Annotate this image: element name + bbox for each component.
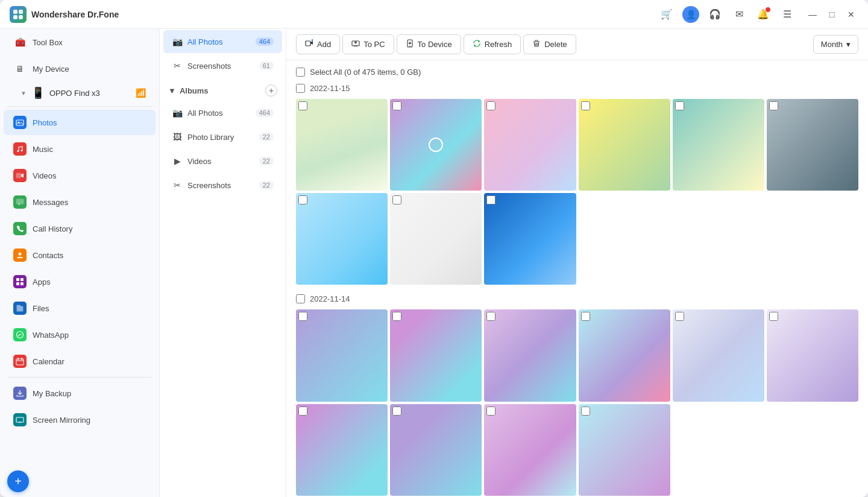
add-button[interactable]: Add bbox=[296, 34, 340, 54]
camera-icon: 📷 bbox=[172, 37, 183, 46]
month-select[interactable]: Month ▾ bbox=[813, 35, 858, 54]
albums-section-header[interactable]: ▼ Albums + bbox=[160, 78, 286, 100]
photo-checkbox[interactable] bbox=[298, 101, 307, 110]
svg-rect-0 bbox=[13, 10, 17, 14]
delete-button[interactable]: Delete bbox=[523, 34, 576, 54]
svg-rect-8 bbox=[16, 173, 21, 178]
photo-checkbox[interactable] bbox=[486, 312, 495, 321]
middle-item-photolibrary[interactable]: 🖼 Photo Library 22 bbox=[163, 125, 282, 148]
topc-button[interactable]: To PC bbox=[342, 34, 394, 54]
photo-cell[interactable] bbox=[767, 99, 858, 191]
photo-checkbox[interactable] bbox=[486, 195, 495, 204]
photo-checkbox[interactable] bbox=[581, 101, 590, 110]
chevron-down-icon: ▼ bbox=[168, 86, 176, 95]
sidebar-item-photos[interactable]: Photos bbox=[4, 110, 156, 135]
todevice-button[interactable]: To Device bbox=[397, 34, 461, 54]
photo-cell[interactable] bbox=[390, 99, 482, 191]
sidebar-item-contacts[interactable]: Contacts bbox=[4, 242, 156, 268]
photo-cell[interactable] bbox=[767, 309, 858, 401]
photo-cell[interactable] bbox=[296, 99, 388, 191]
svg-rect-13 bbox=[16, 282, 19, 285]
date-label-1: 2022-11-15 bbox=[310, 84, 350, 93]
add-floating-btn[interactable]: + bbox=[0, 466, 159, 497]
sidebar-item-files[interactable]: Files bbox=[4, 296, 156, 321]
date-checkbox-2[interactable] bbox=[296, 294, 305, 303]
photo-checkbox[interactable] bbox=[581, 407, 590, 416]
mail-icon[interactable]: ✉ bbox=[731, 6, 747, 23]
photo-cell[interactable] bbox=[390, 193, 482, 285]
album-videos-label: Videos bbox=[187, 157, 212, 166]
sidebar-item-mydevice[interactable]: 🖥 My Device bbox=[4, 56, 156, 81]
month-label: Month bbox=[821, 40, 843, 49]
photo-cell[interactable] bbox=[579, 404, 670, 496]
photo-checkbox[interactable] bbox=[486, 101, 495, 110]
photo-checkbox[interactable] bbox=[298, 195, 307, 204]
sidebar-item-music[interactable]: Music bbox=[4, 136, 156, 162]
menu-icon[interactable]: ☰ bbox=[779, 6, 796, 23]
photo-checkbox[interactable] bbox=[298, 407, 307, 416]
middle-item-album-screenshots[interactable]: ✂ Screenshots 22 bbox=[163, 174, 282, 197]
photo-cell[interactable] bbox=[296, 193, 388, 285]
whatsapp-icon bbox=[13, 328, 27, 341]
photo-checkbox[interactable] bbox=[769, 312, 778, 321]
maximize-button[interactable]: □ bbox=[825, 7, 839, 22]
photo-cell[interactable] bbox=[484, 99, 576, 191]
select-all-checkbox[interactable] bbox=[296, 68, 305, 77]
close-button[interactable]: ✕ bbox=[844, 7, 858, 22]
photo-cell[interactable] bbox=[673, 99, 764, 191]
sidebar-item-calendar[interactable]: Calendar bbox=[4, 349, 156, 374]
whatsapp-label: WhatsApp bbox=[33, 331, 69, 340]
device-row[interactable]: ▼ 📱 OPPO Find x3 📶 bbox=[4, 83, 156, 103]
support-icon[interactable]: 🎧 bbox=[706, 6, 723, 23]
photo-checkbox[interactable] bbox=[675, 101, 684, 110]
photo-checkbox[interactable] bbox=[486, 407, 495, 416]
svg-point-6 bbox=[17, 150, 19, 152]
notification-icon[interactable]: 🔔 bbox=[755, 6, 772, 23]
photo-checkbox[interactable] bbox=[392, 101, 401, 110]
sidebar-item-mirroring[interactable]: Screen Mirroring bbox=[4, 407, 156, 432]
middle-item-album-videos[interactable]: ▶ Videos 22 bbox=[163, 150, 282, 173]
middle-panel: 📷 All Photos 464 ✂ Screenshots 61 ▼ Albu… bbox=[160, 29, 286, 497]
cart-icon[interactable]: 🛒 bbox=[658, 6, 675, 23]
sidebar-item-whatsapp[interactable]: WhatsApp bbox=[4, 322, 156, 347]
middle-item-album-allphotos[interactable]: 📷 All Photos 464 bbox=[163, 101, 282, 124]
photo-cell[interactable] bbox=[673, 309, 764, 401]
sidebar-item-apps[interactable]: Apps bbox=[4, 269, 156, 294]
sidebar-item-toolbox[interactable]: 🧰 Tool Box bbox=[4, 30, 156, 55]
middle-item-allphotos[interactable]: 📷 All Photos 464 bbox=[163, 30, 282, 53]
middle-item-screenshots[interactable]: ✂ Screenshots 61 bbox=[163, 54, 282, 77]
photo-cell[interactable] bbox=[390, 404, 482, 496]
photo-cell[interactable] bbox=[579, 99, 670, 191]
sidebar-item-callhistory[interactable]: Call History bbox=[4, 216, 156, 241]
photo-checkbox[interactable] bbox=[581, 312, 590, 321]
contacts-icon bbox=[13, 248, 27, 262]
sidebar-item-mybackup[interactable]: My Backup bbox=[4, 381, 156, 406]
sidebar-item-videos[interactable]: Videos bbox=[4, 163, 156, 188]
add-album-button[interactable]: + bbox=[265, 84, 277, 97]
plus-icon[interactable]: + bbox=[7, 470, 29, 492]
photo-cell[interactable] bbox=[390, 309, 482, 401]
files-icon bbox=[13, 302, 27, 315]
photo-checkbox[interactable] bbox=[392, 407, 401, 416]
photo-cell[interactable] bbox=[296, 404, 388, 496]
minimize-button[interactable]: — bbox=[805, 7, 820, 22]
photo-cell[interactable] bbox=[484, 193, 576, 285]
photo-checkbox[interactable] bbox=[298, 312, 307, 321]
photo-checkbox[interactable] bbox=[675, 312, 684, 321]
refresh-button[interactable]: Refresh bbox=[464, 34, 521, 54]
user-avatar-icon[interactable]: 👤 bbox=[682, 6, 699, 23]
photo-checkbox[interactable] bbox=[392, 312, 401, 321]
svg-rect-2 bbox=[13, 15, 17, 19]
photo-checkbox[interactable] bbox=[769, 101, 778, 110]
photo-checkbox[interactable] bbox=[392, 195, 401, 204]
videos-label: Videos bbox=[33, 171, 57, 180]
photo-cell[interactable] bbox=[484, 309, 576, 401]
sidebar-item-messages[interactable]: Messages bbox=[4, 189, 156, 215]
date-checkbox-1[interactable] bbox=[296, 84, 305, 93]
photo-cell[interactable] bbox=[579, 309, 670, 401]
photo-cell[interactable] bbox=[296, 309, 388, 401]
album-videos-left: ▶ Videos bbox=[172, 156, 212, 166]
photo-cell[interactable] bbox=[484, 404, 576, 496]
files-label: Files bbox=[33, 304, 49, 313]
screenshots-label: Screenshots bbox=[187, 62, 231, 71]
